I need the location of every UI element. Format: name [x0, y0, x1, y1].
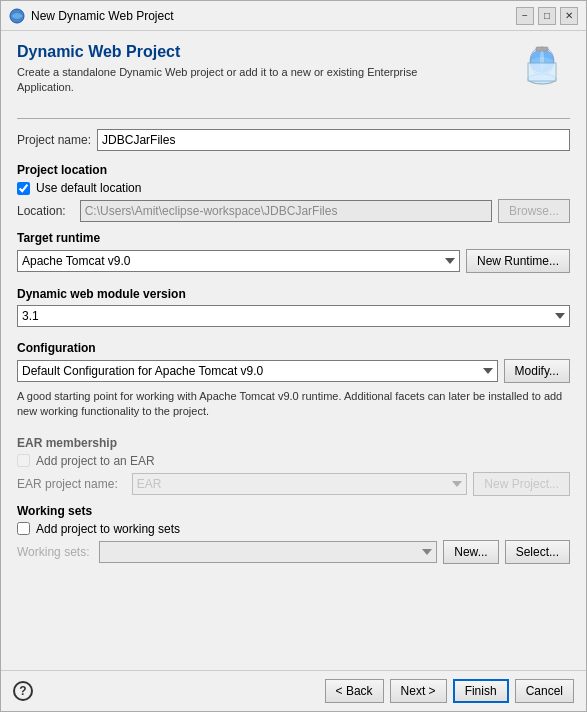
- use-default-location-label: Use default location: [36, 181, 141, 195]
- finish-button[interactable]: Finish: [453, 679, 509, 703]
- configuration-row: Default Configuration for Apache Tomcat …: [17, 359, 570, 383]
- add-to-ear-label: Add project to an EAR: [36, 454, 155, 468]
- working-sets-field-label: Working sets:: [17, 545, 89, 559]
- project-name-section: Project name:: [17, 129, 570, 155]
- title-bar-icon: [9, 8, 25, 24]
- use-default-location-row: Use default location: [17, 181, 570, 195]
- ear-project-name-row: EAR project name: EAR New Project...: [17, 472, 570, 496]
- help-button[interactable]: ?: [13, 681, 33, 701]
- header-title: Dynamic Web Project: [17, 43, 447, 61]
- web-module-label: Dynamic web module version: [17, 287, 570, 301]
- close-button[interactable]: ✕: [560, 7, 578, 25]
- header-area: Dynamic Web Project Create a standalone …: [17, 43, 570, 102]
- ear-membership-label: EAR membership: [17, 436, 570, 450]
- select-working-set-button[interactable]: Select...: [505, 540, 570, 564]
- project-name-row: Project name:: [17, 129, 570, 151]
- header-description: Create a standalone Dynamic Web project …: [17, 65, 447, 96]
- add-to-ear-row: Add project to an EAR: [17, 454, 570, 468]
- title-bar-title: New Dynamic Web Project: [31, 9, 174, 23]
- add-to-working-sets-checkbox[interactable]: [17, 522, 30, 535]
- working-sets-select: [99, 541, 437, 563]
- next-button[interactable]: Next >: [390, 679, 447, 703]
- new-project-button: New Project...: [473, 472, 570, 496]
- configuration-description: A good starting point for working with A…: [17, 389, 570, 420]
- back-button[interactable]: < Back: [325, 679, 384, 703]
- target-runtime-row: Apache Tomcat v9.0 New Runtime...: [17, 249, 570, 273]
- ear-membership-section: EAR membership Add project to an EAR EAR…: [17, 436, 570, 496]
- maximize-button[interactable]: □: [538, 7, 556, 25]
- minimize-button[interactable]: −: [516, 7, 534, 25]
- target-runtime-label: Target runtime: [17, 231, 570, 245]
- ear-project-name-label: EAR project name:: [17, 477, 118, 491]
- footer-right: < Back Next > Finish Cancel: [325, 679, 574, 703]
- web-module-section: Dynamic web module version 3.1: [17, 287, 570, 333]
- browse-button[interactable]: Browse...: [498, 199, 570, 223]
- working-sets-row: Working sets: New... Select...: [17, 540, 570, 564]
- header-icon: [514, 43, 570, 102]
- working-sets-label: Working sets: [17, 504, 570, 518]
- location-input: [80, 200, 492, 222]
- target-runtime-section: Target runtime Apache Tomcat v9.0 New Ru…: [17, 231, 570, 279]
- location-label: Location:: [17, 204, 66, 218]
- project-name-input[interactable]: [97, 129, 570, 151]
- project-location-label: Project location: [17, 163, 570, 177]
- header-text: Dynamic Web Project Create a standalone …: [17, 43, 447, 96]
- web-module-row: 3.1: [17, 305, 570, 327]
- use-default-location-checkbox[interactable]: [17, 182, 30, 195]
- configuration-select[interactable]: Default Configuration for Apache Tomcat …: [17, 360, 498, 382]
- dialog-window: New Dynamic Web Project − □ ✕ Dynamic We…: [0, 0, 587, 712]
- location-row: Location: Browse...: [17, 199, 570, 223]
- svg-rect-5: [528, 63, 556, 81]
- dialog-footer: ? < Back Next > Finish Cancel: [1, 670, 586, 711]
- new-runtime-button[interactable]: New Runtime...: [466, 249, 570, 273]
- project-name-label: Project name:: [17, 133, 91, 147]
- header-divider: [17, 118, 570, 119]
- new-working-set-button[interactable]: New...: [443, 540, 498, 564]
- working-sets-section: Working sets Add project to working sets…: [17, 504, 570, 564]
- target-runtime-select[interactable]: Apache Tomcat v9.0: [17, 250, 460, 272]
- add-to-working-sets-label: Add project to working sets: [36, 522, 180, 536]
- configuration-label: Configuration: [17, 341, 570, 355]
- svg-rect-3: [536, 47, 548, 51]
- footer-left: ?: [13, 681, 33, 701]
- add-to-working-sets-row: Add project to working sets: [17, 522, 570, 536]
- web-module-select[interactable]: 3.1: [17, 305, 570, 327]
- title-bar-controls: − □ ✕: [516, 7, 578, 25]
- add-to-ear-checkbox: [17, 454, 30, 467]
- ear-project-name-select: EAR: [132, 473, 468, 495]
- dialog-content: Dynamic Web Project Create a standalone …: [1, 31, 586, 670]
- cancel-button[interactable]: Cancel: [515, 679, 574, 703]
- modify-button[interactable]: Modify...: [504, 359, 570, 383]
- configuration-section: Configuration Default Configuration for …: [17, 341, 570, 428]
- project-location-section: Project location Use default location Lo…: [17, 163, 570, 223]
- title-bar: New Dynamic Web Project − □ ✕: [1, 1, 586, 31]
